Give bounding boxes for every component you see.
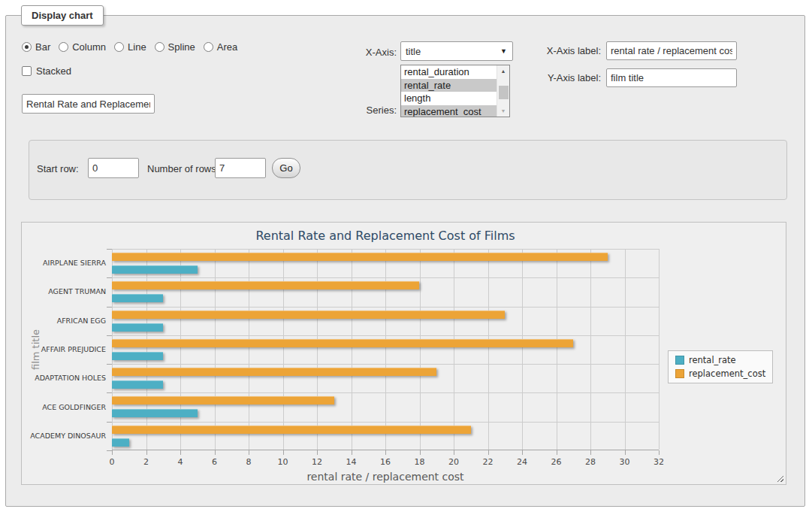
legend-item: replacement_cost (675, 368, 765, 379)
x-tick-mark (488, 450, 489, 455)
x-tick-mark (420, 450, 421, 455)
go-button[interactable]: Go (272, 158, 300, 178)
chart-title-input[interactable] (22, 94, 155, 114)
radio-bar-label: Bar (35, 41, 50, 53)
x-gridline (659, 249, 660, 450)
x-tick-mark (557, 450, 557, 455)
scrollbar-up-arrow-icon[interactable]: ▲ (497, 65, 509, 77)
scrollbar-thumb[interactable] (499, 86, 509, 99)
bar-replacement_cost (112, 396, 334, 404)
bar-rental_rate (112, 352, 163, 360)
radio-spline-control[interactable] (155, 42, 165, 52)
x-gridline (180, 249, 181, 450)
y-tick-mark (107, 392, 112, 393)
chart-legend: rental_ratereplacement_cost (668, 350, 773, 383)
number-of-rows-label: Number of rows: (147, 163, 219, 174)
number-of-rows-input[interactable] (215, 158, 266, 178)
category-label: AIRPLANE SIERRA (26, 259, 106, 267)
radio-spline-label: Spline (168, 41, 195, 53)
x-gridline (625, 249, 626, 450)
bar-replacement_cost (112, 368, 436, 376)
stacked-checkbox[interactable] (22, 66, 32, 76)
radio-column-control[interactable] (59, 42, 68, 52)
y-gridline (112, 307, 659, 308)
radio-line[interactable]: Line (114, 41, 146, 53)
category-label: ACADEMY DINOSAUR (26, 432, 106, 440)
radio-area-control[interactable] (204, 42, 213, 52)
y-tick-mark (107, 450, 112, 451)
series-listbox[interactable]: rental_duration rental_rate length repla… (400, 65, 510, 117)
series-option-replacement-cost[interactable]: replacement_cost (401, 105, 509, 118)
x-tick-label: 4 (165, 457, 195, 467)
series-list-scrollbar[interactable]: ▲ ▼ (497, 65, 509, 117)
series-option-length[interactable]: length (401, 92, 509, 105)
x-tick-label: 6 (200, 457, 230, 467)
legend-item: rental_rate (675, 355, 765, 365)
x-tick-label: 30 (610, 457, 640, 467)
legend-swatch-rental_rate (675, 356, 684, 365)
bar-rental_rate (112, 265, 198, 274)
series-list-label: Series: (329, 105, 397, 116)
bar-rental_rate (112, 409, 198, 417)
radio-line-label: Line (128, 41, 146, 53)
x-tick-mark (317, 450, 318, 455)
x-gridline (112, 249, 113, 450)
x-gridline (385, 249, 386, 450)
x-gridline (283, 249, 284, 450)
category-label: ADAPTATION HOLES (26, 374, 106, 382)
x-gridline (420, 249, 421, 450)
y-tick-mark (107, 249, 112, 250)
radio-spline[interactable]: Spline (155, 41, 195, 53)
x-tick-label: 20 (439, 457, 469, 467)
bar-replacement_cost (112, 426, 471, 434)
x-tick-mark (522, 450, 523, 455)
radio-area[interactable]: Area (204, 41, 237, 53)
x-tick-label: 26 (542, 457, 572, 467)
x-tick-label: 24 (507, 457, 537, 467)
x-tick-mark (454, 450, 454, 455)
x-tick-mark (385, 450, 386, 455)
chart-title: Rental Rate and Replacement Cost of Film… (112, 229, 659, 243)
category-label: AFRICAN EGG (26, 317, 106, 325)
x-tick-mark (283, 450, 284, 455)
x-tick-mark (215, 450, 216, 455)
x-axis-select[interactable]: title ▼ (400, 41, 513, 61)
page: Display chart Bar Column Line Spline Are… (0, 0, 812, 512)
category-label: AGENT TRUMAN (26, 287, 106, 295)
chart-container: Rental Rate and Replacement Cost of Film… (21, 222, 786, 485)
bar-rental_rate (112, 294, 163, 302)
y-axis-label-label: Y-Axis label: (528, 72, 601, 83)
plot-area: 02468101214161820222426283032AIRPLANE SI… (112, 249, 659, 450)
x-gridline (215, 249, 216, 450)
start-row-input[interactable] (88, 158, 139, 178)
series-option-rental-duration[interactable]: rental_duration (401, 65, 509, 79)
y-gridline (112, 277, 659, 278)
legend-label: rental_rate (689, 355, 736, 365)
x-gridline (522, 249, 523, 450)
y-axis-label-input[interactable] (606, 68, 737, 87)
category-label: AFFAIR PREJUDICE (26, 345, 106, 353)
x-tick-label: 12 (302, 457, 332, 467)
resize-handle-icon[interactable] (775, 474, 783, 482)
y-gridline (112, 392, 659, 393)
x-gridline (557, 249, 557, 450)
x-gridline (146, 249, 147, 450)
radio-bar[interactable]: Bar (22, 41, 50, 53)
bar-replacement_cost (112, 339, 573, 347)
radio-bar-control[interactable] (22, 42, 32, 52)
x-tick-label: 22 (473, 457, 503, 467)
bar-rental_rate (112, 438, 129, 447)
scrollbar-down-arrow-icon[interactable]: ▼ (497, 105, 509, 117)
series-option-rental-rate[interactable]: rental_rate (401, 79, 509, 92)
x-tick-label: 16 (370, 457, 400, 467)
x-axis-label-input[interactable] (606, 41, 737, 60)
x-tick-mark (180, 450, 181, 455)
x-tick-mark (112, 450, 113, 455)
radio-area-label: Area (217, 41, 237, 53)
x-tick-label: 28 (575, 457, 605, 467)
x-tick-mark (146, 450, 147, 455)
radio-line-control[interactable] (114, 42, 124, 52)
bar-rental_rate (112, 323, 163, 332)
radio-column[interactable]: Column (59, 41, 106, 53)
x-gridline (454, 249, 454, 450)
